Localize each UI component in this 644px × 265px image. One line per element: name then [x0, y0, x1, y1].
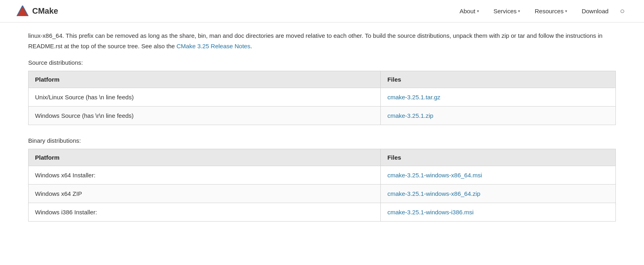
release-notes-link-text: CMake 3.25 Release Notes	[177, 43, 250, 49]
file-link[interactable]: cmake-3.25.1.tar.gz	[387, 94, 440, 101]
file-cell: cmake-3.25.1-windows-x86_64.zip	[381, 185, 616, 203]
table-row: Windows Source (has \r\n line feeds) cma…	[29, 107, 616, 125]
table-row: Windows x64 Installer: cmake-3.25.1-wind…	[29, 166, 616, 185]
platform-cell: Windows x64 ZIP	[29, 185, 381, 203]
file-link[interactable]: cmake-3.25.1-windows-x86_64.msi	[387, 172, 482, 179]
cmake-logo-icon	[16, 5, 29, 18]
file-cell: cmake-3.25.1.tar.gz	[381, 88, 616, 107]
nav-download-label: Download	[582, 8, 609, 14]
platform-cell: Windows i386 Installer:	[29, 203, 381, 222]
file-cell: cmake-3.25.1-windows-x86_64.msi	[381, 166, 616, 185]
main-content: linux-x86_64. This prefix can be removed…	[12, 23, 632, 250]
table-row: Windows x64 ZIP cmake-3.25.1-windows-x86…	[29, 185, 616, 203]
chevron-down-icon: ▾	[518, 9, 520, 13]
source-platform-col-header: Platform	[29, 71, 381, 88]
nav-about[interactable]: About ▾	[453, 4, 485, 18]
binary-table-body: Windows x64 Installer: cmake-3.25.1-wind…	[29, 166, 616, 222]
binary-table-header: Platform Files	[29, 149, 616, 166]
source-dist-heading: Source distributions:	[28, 59, 616, 66]
table-row: Windows i386 Installer: cmake-3.25.1-win…	[29, 203, 616, 222]
nav-links: About ▾ Services ▾ Resources ▾ Download …	[453, 4, 628, 18]
intro-text-before: linux-x86_64. This prefix can be removed…	[28, 32, 603, 49]
intro-paragraph: linux-x86_64. This prefix can be removed…	[28, 31, 616, 51]
platform-cell: Windows x64 Installer:	[29, 166, 381, 185]
release-notes-link[interactable]: CMake 3.25 Release Notes	[177, 43, 250, 49]
search-icon[interactable]: ○	[617, 5, 628, 17]
svg-marker-0	[17, 6, 28, 16]
navbar: CMake About ▾ Services ▾ Resources ▾ Dow…	[0, 0, 644, 23]
logo-link[interactable]: CMake	[16, 5, 58, 18]
binary-dist-heading: Binary distributions:	[28, 137, 616, 144]
source-dist-table: Platform Files Unix/Linux Source (has \n…	[28, 71, 616, 125]
file-cell: cmake-3.25.1-windows-i386.msi	[381, 203, 616, 222]
nav-resources-label: Resources	[535, 8, 564, 14]
logo-text: CMake	[32, 6, 58, 16]
intro-text-after: .	[250, 43, 252, 49]
nav-services[interactable]: Services ▾	[487, 4, 527, 18]
nav-services-label: Services	[493, 8, 517, 14]
table-row: Unix/Linux Source (has \n line feeds) cm…	[29, 88, 616, 107]
binary-files-col-header: Files	[381, 149, 616, 166]
nav-download[interactable]: Download	[575, 4, 615, 18]
chevron-down-icon: ▾	[565, 9, 567, 13]
file-link[interactable]: cmake-3.25.1.zip	[387, 112, 433, 119]
chevron-down-icon: ▾	[477, 9, 479, 13]
binary-dist-table: Platform Files Windows x64 Installer: cm…	[28, 149, 616, 222]
source-table-header: Platform Files	[29, 71, 616, 88]
binary-platform-col-header: Platform	[29, 149, 381, 166]
file-link[interactable]: cmake-3.25.1-windows-x86_64.zip	[387, 190, 480, 197]
platform-cell: Windows Source (has \r\n line feeds)	[29, 107, 381, 125]
file-link[interactable]: cmake-3.25.1-windows-i386.msi	[387, 209, 473, 216]
file-cell: cmake-3.25.1.zip	[381, 107, 616, 125]
nav-resources[interactable]: Resources ▾	[528, 4, 574, 18]
source-files-col-header: Files	[381, 71, 616, 88]
nav-about-label: About	[460, 8, 475, 14]
source-table-body: Unix/Linux Source (has \n line feeds) cm…	[29, 88, 616, 125]
platform-cell: Unix/Linux Source (has \n line feeds)	[29, 88, 381, 107]
